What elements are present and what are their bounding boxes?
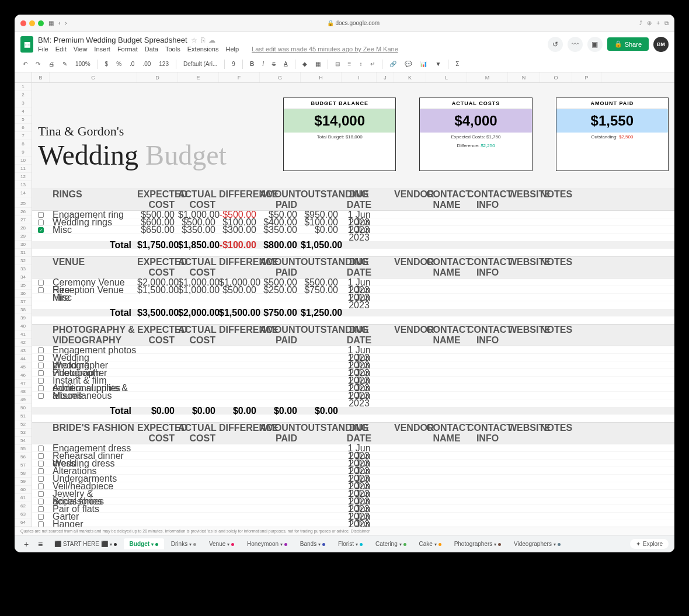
menu-edit[interactable]: Edit bbox=[55, 46, 67, 53]
share-icon[interactable]: ⤴ bbox=[639, 20, 642, 27]
valign-btn[interactable]: ↕ bbox=[357, 60, 364, 68]
table-row[interactable]: Miscellaneous1 Jun 2023 bbox=[32, 392, 674, 399]
menu-help[interactable]: Help bbox=[225, 46, 239, 53]
size-select[interactable]: 9 bbox=[229, 60, 238, 68]
col-F[interactable]: F bbox=[219, 72, 260, 82]
dec-more[interactable]: .00 bbox=[140, 60, 153, 68]
format-btn[interactable]: 123 bbox=[156, 60, 171, 68]
functions-btn[interactable]: Σ bbox=[453, 60, 461, 68]
sheet-tab[interactable]: Bands ▾ bbox=[294, 538, 331, 549]
sheets-app-icon[interactable]: ▦ bbox=[20, 36, 33, 53]
currency-btn[interactable]: $ bbox=[103, 60, 111, 68]
maximize-window[interactable] bbox=[38, 20, 44, 26]
history-icon[interactable]: ↺ bbox=[548, 37, 563, 52]
col-H[interactable]: H bbox=[301, 72, 342, 82]
checkbox[interactable] bbox=[38, 363, 44, 368]
checkbox[interactable] bbox=[38, 220, 44, 225]
bold-btn[interactable]: B bbox=[248, 60, 256, 68]
col-E[interactable]: E bbox=[178, 72, 219, 82]
table-row[interactable]: Misc$650.00$350.00$300.00$350.00$0.001 J… bbox=[32, 226, 674, 234]
sheet-tab[interactable]: Venue ▾ bbox=[203, 538, 240, 549]
sidebar-toggle-icon[interactable]: ▦ bbox=[48, 20, 54, 26]
add-sheet-btn[interactable]: + bbox=[20, 540, 32, 549]
col-B[interactable]: B bbox=[32, 72, 50, 82]
font-select[interactable]: Default (Ari... bbox=[181, 60, 220, 68]
menu-file[interactable]: File bbox=[38, 46, 48, 53]
nav-forward[interactable]: › bbox=[65, 20, 67, 26]
undo-icon[interactable]: ↶ bbox=[20, 60, 30, 68]
close-window[interactable] bbox=[20, 20, 26, 26]
sheet-body[interactable]: Tina & Gordon's Wedding Budget BUDGET BA… bbox=[32, 83, 674, 527]
nav-back[interactable]: ‹ bbox=[58, 20, 60, 26]
menu-insert[interactable]: Insert bbox=[94, 46, 110, 53]
sheet-tab[interactable]: Honeymoon ▾ bbox=[241, 538, 293, 549]
sheet-tab[interactable]: Catering ▾ bbox=[370, 538, 412, 549]
sheet-tab[interactable]: Budget ▾ bbox=[124, 538, 164, 549]
checkbox[interactable] bbox=[38, 468, 44, 474]
checkbox[interactable] bbox=[38, 347, 44, 353]
menu-format[interactable]: Format bbox=[117, 46, 138, 53]
move-icon[interactable]: ⎘ bbox=[201, 36, 205, 44]
col-J[interactable]: J bbox=[377, 72, 394, 82]
comment-btn[interactable]: 💬 bbox=[402, 60, 414, 68]
fill-color-btn[interactable]: ◆ bbox=[300, 60, 309, 68]
merge-btn[interactable]: ⊟ bbox=[333, 60, 342, 68]
filter-btn[interactable]: ▼ bbox=[433, 60, 443, 68]
sheet-tab[interactable]: ⬛ START HERE ⬛ ▾ bbox=[48, 538, 123, 549]
sheet-tab[interactable]: Florist ▾ bbox=[332, 538, 368, 549]
redo-icon[interactable]: ↷ bbox=[33, 60, 43, 68]
last-edit[interactable]: Last edit was made 45 minutes ago by Zee… bbox=[252, 46, 398, 53]
chart-btn[interactable]: 📊 bbox=[417, 60, 429, 68]
checkbox[interactable] bbox=[38, 453, 44, 459]
url-bar[interactable]: 🔒 docs.google.com bbox=[72, 20, 635, 26]
checkbox[interactable] bbox=[38, 483, 44, 489]
col-G[interactable]: G bbox=[260, 72, 301, 82]
wrap-btn[interactable]: ↵ bbox=[368, 60, 377, 68]
checkbox[interactable] bbox=[38, 393, 44, 399]
checkbox[interactable] bbox=[38, 227, 44, 233]
checkbox[interactable] bbox=[38, 506, 44, 512]
col-L[interactable]: L bbox=[426, 72, 467, 82]
minimize-window[interactable] bbox=[29, 20, 35, 26]
col-O[interactable]: O bbox=[540, 72, 572, 82]
align-btn[interactable]: ≡ bbox=[346, 60, 354, 68]
col-M[interactable]: M bbox=[467, 72, 508, 82]
checkbox[interactable] bbox=[38, 446, 44, 451]
user-avatar[interactable]: BM bbox=[653, 37, 669, 52]
doc-title[interactable]: BM: Premium Wedding Budget Spreadsheet bbox=[38, 36, 187, 44]
checkbox[interactable] bbox=[38, 491, 44, 497]
dec-less[interactable]: .0 bbox=[127, 60, 137, 68]
checkbox[interactable] bbox=[38, 287, 44, 293]
sheets-menu-btn[interactable]: ≡ bbox=[34, 540, 46, 549]
cloud-icon[interactable]: ☁ bbox=[208, 36, 215, 44]
link-btn[interactable]: 🔗 bbox=[387, 60, 399, 68]
italic-btn[interactable]: I bbox=[260, 60, 266, 68]
download-icon[interactable]: ⊕ bbox=[647, 20, 652, 27]
checkbox[interactable] bbox=[38, 212, 44, 218]
table-row[interactable]: Misc1 Jun 2023 bbox=[32, 294, 674, 301]
menu-extensions[interactable]: Extensions bbox=[187, 46, 219, 53]
zoom-select[interactable]: 100% bbox=[73, 60, 93, 68]
checkbox[interactable] bbox=[38, 355, 44, 361]
col-C[interactable]: C bbox=[50, 72, 137, 82]
sheet-tab[interactable]: Photographers ▾ bbox=[448, 538, 507, 549]
checkbox[interactable] bbox=[38, 280, 44, 286]
checkbox[interactable] bbox=[38, 461, 44, 467]
checkbox[interactable] bbox=[38, 378, 44, 384]
sheet-tab[interactable]: Cake ▾ bbox=[413, 538, 447, 549]
new-tab-icon[interactable]: + bbox=[656, 20, 660, 27]
menu-data[interactable]: Data bbox=[145, 46, 158, 53]
checkbox[interactable] bbox=[38, 476, 44, 482]
col-N[interactable]: N bbox=[508, 72, 540, 82]
tabs-icon[interactable]: ⧉ bbox=[664, 20, 669, 27]
sheet-tab[interactable]: Drinks ▾ bbox=[165, 538, 202, 549]
paint-icon[interactable]: ✎ bbox=[60, 60, 69, 68]
col-I[interactable]: I bbox=[342, 72, 377, 82]
col-D[interactable]: D bbox=[137, 72, 178, 82]
checkbox[interactable] bbox=[38, 499, 44, 504]
checkbox[interactable] bbox=[38, 514, 44, 520]
star-icon[interactable]: ☆ bbox=[191, 36, 197, 44]
checkbox[interactable] bbox=[38, 370, 44, 376]
checkbox[interactable] bbox=[38, 521, 44, 527]
strike-btn[interactable]: S̶ bbox=[270, 60, 278, 68]
